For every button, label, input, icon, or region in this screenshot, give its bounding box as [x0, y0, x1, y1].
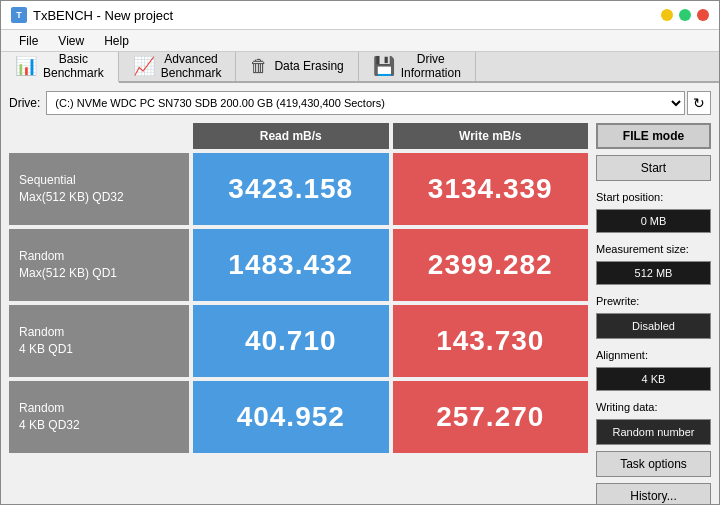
drive-info-icon: 💾 [373, 55, 395, 77]
start-position-value: 0 MB [596, 209, 711, 233]
row-read-random-4k-qd1: 40.710 [193, 305, 389, 377]
advanced-benchmark-icon: 📈 [133, 55, 155, 77]
row-read-sequential: 3423.158 [193, 153, 389, 225]
menu-file[interactable]: File [9, 32, 48, 50]
drive-label: Drive: [9, 96, 40, 110]
title-bar-left: T TxBENCH - New project [11, 7, 173, 23]
maximize-button[interactable] [679, 9, 691, 21]
prewrite-button[interactable]: Disabled [596, 313, 711, 339]
drive-bar: Drive: (C:) NVMe WDC PC SN730 SDB 200.00… [9, 91, 711, 115]
history-button[interactable]: History... [596, 483, 711, 505]
row-label-random-512: RandomMax(512 KB) QD1 [9, 229, 189, 301]
tab-drive-information[interactable]: 💾 DriveInformation [359, 52, 476, 81]
tab-bar: 📊 BasicBenchmark 📈 AdvancedBenchmark 🗑 D… [1, 52, 719, 83]
tab-basic-label: BasicBenchmark [43, 52, 104, 81]
start-position-label: Start position: [596, 191, 711, 203]
row-write-random-4k-qd1: 143.730 [393, 305, 589, 377]
table-header-row: Read mB/s Write mB/s [9, 123, 588, 149]
tab-data-erasing[interactable]: 🗑 Data Erasing [236, 52, 358, 81]
data-erasing-icon: 🗑 [250, 56, 268, 77]
app-icon: T [11, 7, 27, 23]
basic-benchmark-icon: 📊 [15, 55, 37, 77]
table-row: RandomMax(512 KB) QD1 1483.432 2399.282 [9, 229, 588, 301]
row-write-random-4k-qd32: 257.270 [393, 381, 589, 453]
alignment-value: 4 KB [596, 367, 711, 391]
tab-advanced-benchmark[interactable]: 📈 AdvancedBenchmark [119, 52, 237, 81]
close-button[interactable] [697, 9, 709, 21]
table-row: SequentialMax(512 KB) QD32 3423.158 3134… [9, 153, 588, 225]
drive-select-container: (C:) NVMe WDC PC SN730 SDB 200.00 GB (41… [46, 91, 711, 115]
measurement-size-label: Measurement size: [596, 243, 711, 255]
tab-erasing-label: Data Erasing [274, 59, 343, 73]
panels-container: Read mB/s Write mB/s SequentialMax(512 K… [9, 123, 711, 505]
tab-basic-benchmark[interactable]: 📊 BasicBenchmark [1, 52, 119, 83]
header-empty [9, 123, 189, 149]
row-read-random-4k-qd32: 404.952 [193, 381, 389, 453]
title-bar: T TxBENCH - New project [1, 1, 719, 30]
writing-data-button[interactable]: Random number [596, 419, 711, 445]
benchmark-table: Read mB/s Write mB/s SequentialMax(512 K… [9, 123, 588, 505]
row-write-random-512: 2399.282 [393, 229, 589, 301]
minimize-button[interactable] [661, 9, 673, 21]
tab-drive-info-label: DriveInformation [401, 52, 461, 81]
row-write-sequential: 3134.339 [393, 153, 589, 225]
row-read-random-512: 1483.432 [193, 229, 389, 301]
row-label-sequential: SequentialMax(512 KB) QD32 [9, 153, 189, 225]
title-bar-controls [661, 9, 709, 21]
tab-advanced-label: AdvancedBenchmark [161, 52, 222, 81]
drive-select[interactable]: (C:) NVMe WDC PC SN730 SDB 200.00 GB (41… [46, 91, 685, 115]
task-options-button[interactable]: Task options [596, 451, 711, 477]
prewrite-label: Prewrite: [596, 295, 711, 307]
window-title: TxBENCH - New project [33, 8, 173, 23]
table-row: Random4 KB QD1 40.710 143.730 [9, 305, 588, 377]
writing-data-label: Writing data: [596, 401, 711, 413]
table-row: Random4 KB QD32 404.952 257.270 [9, 381, 588, 453]
measurement-size-value: 512 MB [596, 261, 711, 285]
row-label-random-4k-qd32: Random4 KB QD32 [9, 381, 189, 453]
alignment-label: Alignment: [596, 349, 711, 361]
drive-refresh-button[interactable]: ↻ [687, 91, 711, 115]
start-button[interactable]: Start [596, 155, 711, 181]
menu-help[interactable]: Help [94, 32, 139, 50]
menu-bar: File View Help [1, 30, 719, 52]
right-panel: FILE mode Start Start position: 0 MB Mea… [596, 123, 711, 505]
file-mode-button[interactable]: FILE mode [596, 123, 711, 149]
menu-view[interactable]: View [48, 32, 94, 50]
row-label-random-4k-qd1: Random4 KB QD1 [9, 305, 189, 377]
content-area: Drive: (C:) NVMe WDC PC SN730 SDB 200.00… [1, 83, 719, 505]
header-read: Read mB/s [193, 123, 389, 149]
header-write: Write mB/s [393, 123, 589, 149]
